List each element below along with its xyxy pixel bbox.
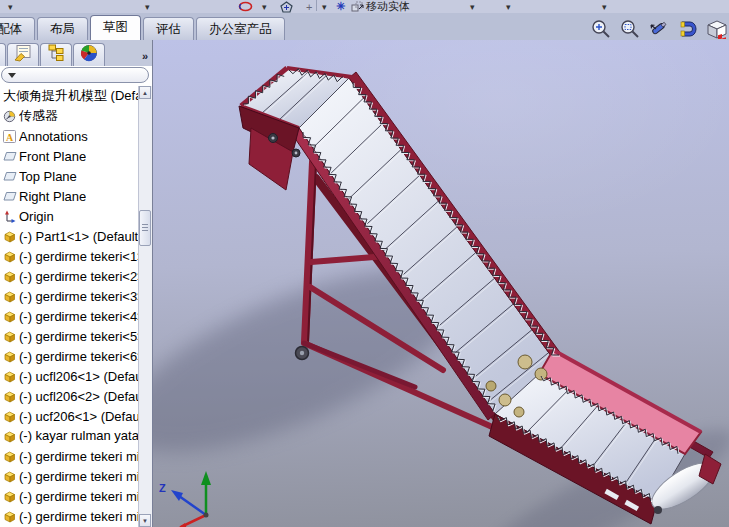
tree-item[interactable]: Top Plane — [0, 166, 139, 186]
tree-item[interactable]: (-) gerdirme tekeri<4> — [0, 306, 139, 326]
scrollbar-thumb[interactable] — [139, 210, 151, 246]
tree-item[interactable]: (-) ucfl206<1> (Default — [0, 366, 139, 386]
property-manager-icon — [13, 44, 33, 66]
panel-tab-bar: » — [0, 40, 152, 66]
view-toolbar — [588, 18, 729, 40]
orientation-triad: Z — [159, 471, 211, 527]
spray-airbrush-icon[interactable] — [646, 18, 671, 40]
part-icon — [3, 290, 19, 303]
annotations-icon: A — [3, 130, 19, 143]
origin-icon — [3, 210, 19, 223]
graphics-viewport[interactable]: Z — [152, 40, 729, 527]
asterisk-tool-icon[interactable]: ✳ — [336, 0, 345, 13]
command-tab[interactable]: 配体 — [0, 17, 35, 40]
part-icon — [3, 430, 19, 443]
polygon-tool-icon[interactable] — [280, 0, 293, 13]
part-icon — [3, 370, 19, 383]
part-icon — [3, 330, 19, 343]
part-icon — [3, 310, 19, 323]
tree-item[interactable]: (-) ucf206<1> (Default — [0, 406, 139, 426]
solidworks-window: ▾ ▾ ▾ + ▾ ✳ 移动实体 ▾ ▾ ▾ 配体布局草图评估办公室产品 — [0, 0, 729, 527]
plane-icon — [3, 190, 19, 203]
ellipse-tool-icon[interactable] — [238, 0, 253, 13]
z-axis-label: Z — [159, 482, 166, 494]
command-tab[interactable]: 办公室产品 — [196, 17, 285, 40]
move-entities-icon[interactable] — [351, 0, 365, 13]
tree-item[interactable]: (-) gerdirme tekeri mil — [0, 446, 139, 466]
tab-property-manager[interactable] — [7, 43, 39, 66]
tree-item[interactable]: (-) gerdirme tekeri<1> — [0, 246, 139, 266]
dropdown-arrow-icon — [8, 73, 16, 78]
zoom-area-icon[interactable] — [617, 18, 642, 40]
plus-icon[interactable]: + — [306, 0, 312, 13]
tab-feature-manager[interactable] — [0, 43, 6, 66]
feature-tree: 大倾角提升机模型 (Default传感器AAnnotationsFront Pl… — [0, 86, 139, 527]
tab-display-manager[interactable] — [73, 43, 105, 66]
part-icon — [3, 270, 19, 283]
plane-icon — [3, 150, 19, 163]
part-icon — [3, 470, 19, 483]
part-icon — [3, 250, 19, 263]
magnet-icon[interactable] — [675, 18, 700, 40]
tree-item[interactable]: (-) gerdirme tekeri<5> — [0, 326, 139, 346]
command-manager-tab-row: 配体布局草图评估办公室产品 — [0, 13, 729, 41]
panel-filter-bar[interactable] — [1, 67, 149, 83]
part-icon — [3, 510, 19, 523]
configuration-manager-icon — [46, 44, 66, 66]
scroll-down-arrow-icon[interactable]: ▼ — [139, 514, 151, 527]
tree-item[interactable]: 大倾角提升机模型 (Default — [0, 86, 139, 106]
part-icon — [3, 230, 19, 243]
tree-scrollbar[interactable]: ▲ ▼ — [138, 86, 152, 527]
part-icon — [3, 410, 19, 423]
display-manager-icon — [79, 44, 99, 66]
toolbar-separator — [316, 0, 317, 11]
tree-item[interactable]: (-) gerdirme tekeri<3> — [0, 286, 139, 306]
tree-item[interactable]: Origin — [0, 206, 139, 226]
tree-item[interactable]: (-) Part1<1> (Default< — [0, 226, 139, 246]
dropdown-arrow-icon[interactable]: ▾ — [262, 0, 267, 13]
part-icon — [3, 450, 19, 463]
sensor-icon — [3, 110, 19, 123]
tree-item[interactable]: (-) gerdirme tekeri mil — [0, 486, 139, 506]
move-entities-label[interactable]: 移动实体 — [366, 0, 410, 13]
command-tab[interactable]: 布局 — [37, 17, 88, 40]
tree-item[interactable]: 传感器 — [0, 106, 139, 126]
tree-item[interactable]: Right Plane — [0, 186, 139, 206]
tree-item[interactable]: Front Plane — [0, 146, 139, 166]
dropdown-arrow-icon[interactable]: ▾ — [145, 0, 150, 13]
feature-manager-panel: » 大倾角提升机模型 (Default传感器AAnnotationsFront … — [0, 40, 152, 527]
command-tabs: 配体布局草图评估办公室产品 — [0, 15, 287, 40]
svg-text:A: A — [6, 131, 14, 142]
dropdown-arrow-icon[interactable]: ▾ — [322, 0, 327, 13]
appearance-cube-icon[interactable] — [704, 18, 729, 40]
tree-item[interactable]: (-) ucfl206<2> (Default — [0, 386, 139, 406]
dropdown-arrow-icon[interactable]: ▾ — [470, 0, 475, 13]
dropdown-arrow-icon[interactable]: ▾ — [8, 0, 13, 13]
command-tab[interactable]: 草图 — [90, 15, 141, 40]
tree-item[interactable]: AAnnotations — [0, 126, 139, 146]
tree-item[interactable]: (-) gerdirme tekeri mil — [0, 466, 139, 486]
scroll-up-arrow-icon[interactable]: ▲ — [139, 86, 151, 99]
dropdown-arrow-icon[interactable]: ▾ — [506, 0, 511, 13]
tree-item[interactable]: (-) gerdirme tekeri<6> — [0, 346, 139, 366]
panel-tabs-overflow[interactable]: » — [142, 50, 148, 62]
plane-icon — [3, 170, 19, 183]
top-toolbar: ▾ ▾ ▾ + ▾ ✳ 移动实体 ▾ ▾ ▾ — [0, 0, 729, 14]
tree-item[interactable]: (-) gerdirme tekeri mil — [0, 506, 139, 526]
part-icon — [3, 350, 19, 363]
part-icon — [3, 490, 19, 503]
command-tab[interactable]: 评估 — [143, 17, 194, 40]
tree-item[interactable]: (-) kayar rulman yata痛 — [0, 426, 139, 446]
zoom-in-icon[interactable] — [588, 18, 613, 40]
tree-item[interactable]: (-) gerdirme tekeri<2> — [0, 266, 139, 286]
tab-configuration-manager[interactable] — [40, 43, 72, 66]
conveyor-model: Z — [153, 40, 729, 527]
part-icon — [3, 390, 19, 403]
dropdown-arrow-icon[interactable]: ▾ — [602, 0, 607, 13]
